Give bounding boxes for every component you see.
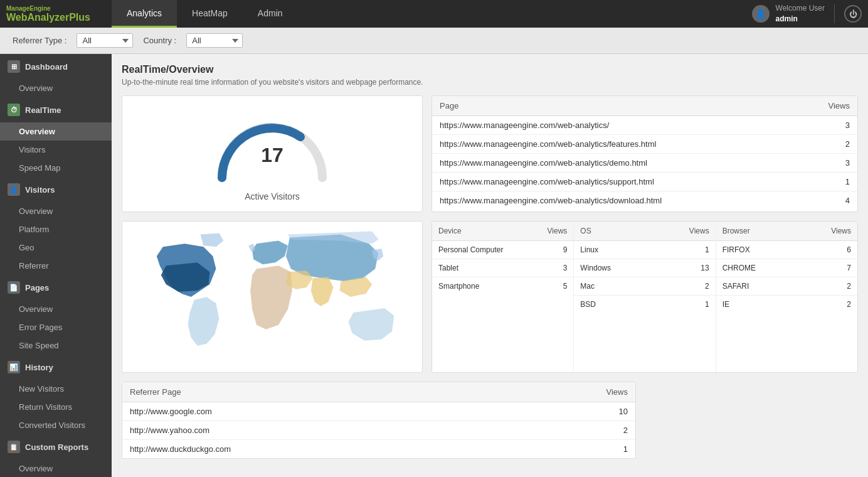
os-table: OS Views Linux1Windows13Mac2BSD1 bbox=[574, 222, 715, 313]
sidebar-group-realtime-label: RealTime bbox=[25, 105, 61, 115]
pages-col-views: Views bbox=[800, 96, 857, 116]
device-section: Device Views Personal Computer9Tablet3Sm… bbox=[432, 222, 574, 372]
header-right: 👤 Welcome User admin ⏻ bbox=[752, 3, 868, 24]
sidebar: ⊞ Dashboard Overview ⏱ RealTime Overview… bbox=[0, 54, 112, 477]
device-panel: Device Views Personal Computer9Tablet3Sm… bbox=[431, 221, 858, 373]
pages-icon: 📄 bbox=[8, 281, 20, 294]
os-table-row: Linux1 bbox=[574, 241, 715, 259]
device-cell-views: 5 bbox=[532, 277, 574, 296]
top-panels: 17 Active Visitors Page Views https://ww… bbox=[122, 95, 858, 212]
referrer-cell-views: 2 bbox=[512, 421, 635, 440]
sidebar-item-pages-errorpages[interactable]: Error Pages bbox=[0, 318, 112, 336]
browser-cell-views: 2 bbox=[799, 296, 857, 314]
sidebar-item-visitors-geo[interactable]: Geo bbox=[0, 238, 112, 257]
gauge-number: 17 bbox=[261, 144, 283, 167]
header: ManageEngine WebAnalyzerPlus Analytics H… bbox=[0, 0, 868, 28]
referrer-type-label: Referrer Type : bbox=[13, 36, 66, 45]
logo-area: ManageEngine WebAnalyzerPlus bbox=[0, 5, 112, 23]
sidebar-item-customreports-overview[interactable]: Overview bbox=[0, 459, 112, 477]
browser-col-browser: Browser bbox=[716, 222, 799, 241]
referrer-table-row: http://www.duckduckgo.com1 bbox=[122, 440, 635, 459]
pages-col-page: Page bbox=[432, 96, 800, 116]
pages-cell-views: 1 bbox=[800, 173, 857, 191]
pages-cell-views: 2 bbox=[800, 135, 857, 154]
main-content: RealTime/Overview Up-to-the-minute real … bbox=[112, 54, 868, 477]
browser-cell-name: IE bbox=[716, 296, 799, 314]
sidebar-item-pages-overview[interactable]: Overview bbox=[0, 300, 112, 318]
logo-bottom: WebAnalyzerPlus bbox=[6, 12, 105, 23]
gauge-container: 17 bbox=[209, 109, 335, 184]
sidebar-group-history-label: History bbox=[25, 363, 53, 372]
nav-tab-heatmap[interactable]: HeatMap bbox=[177, 0, 243, 28]
sidebar-item-realtime-speedmap[interactable]: Speed Map bbox=[0, 159, 112, 177]
middle-panels: Device Views Personal Computer9Tablet3Sm… bbox=[122, 221, 858, 373]
visitors-icon: 👤 bbox=[8, 183, 20, 196]
referrer-col-page: Referrer Page bbox=[122, 382, 512, 402]
pages-table-row: https://www.manageengine.com/web-analyti… bbox=[432, 173, 857, 191]
layout: ⊞ Dashboard Overview ⏱ RealTime Overview… bbox=[0, 54, 868, 477]
country-select[interactable]: All bbox=[186, 33, 243, 48]
browser-cell-views: 2 bbox=[799, 277, 857, 296]
os-col-views: Views bbox=[655, 222, 716, 241]
device-cell-name: Personal Computer bbox=[432, 241, 532, 259]
sidebar-group-customreports[interactable]: 📋 Custom Reports bbox=[0, 434, 112, 459]
device-table: Device Views Personal Computer9Tablet3Sm… bbox=[432, 222, 573, 295]
referrer-cell-views: 1 bbox=[512, 440, 635, 459]
os-cell-name: Mac bbox=[574, 277, 654, 296]
pages-cell-url: https://www.manageengine.com/web-analyti… bbox=[432, 116, 800, 135]
pages-cell-url: https://www.manageengine.com/web-analyti… bbox=[432, 135, 800, 154]
logo-prefix: WebAnalyzer bbox=[6, 12, 69, 23]
pages-table-row: https://www.manageengine.com/web-analyti… bbox=[432, 135, 857, 154]
nav-tab-admin[interactable]: Admin bbox=[243, 0, 298, 28]
os-cell-views: 2 bbox=[655, 277, 716, 296]
pages-cell-views: 4 bbox=[800, 191, 857, 210]
browser-cell-views: 6 bbox=[799, 241, 857, 259]
os-cell-views: 1 bbox=[655, 241, 716, 259]
device-cell-views: 9 bbox=[532, 241, 574, 259]
filter-bar: Referrer Type : All Country : All bbox=[0, 28, 868, 54]
sidebar-group-pages[interactable]: 📄 Pages bbox=[0, 275, 112, 300]
referrer-cell-views: 10 bbox=[512, 402, 635, 421]
referrer-cell-url: http://www.google.com bbox=[122, 402, 512, 421]
welcome-text: Welcome User bbox=[776, 3, 825, 14]
browser-cell-name: FIRFOX bbox=[716, 241, 799, 259]
sidebar-item-history-convertedvisitors[interactable]: Converted Visitors bbox=[0, 416, 112, 434]
sidebar-item-pages-sitespeed[interactable]: Site Speed bbox=[0, 336, 112, 355]
sidebar-item-realtime-visitors[interactable]: Visitors bbox=[0, 141, 112, 159]
os-cell-name: BSD bbox=[574, 296, 654, 314]
customreports-icon: 📋 bbox=[8, 441, 20, 453]
sidebar-group-visitors[interactable]: 👤 Visitors bbox=[0, 177, 112, 202]
logo-top: ManageEngine bbox=[6, 5, 105, 12]
dashboard-icon: ⊞ bbox=[8, 60, 20, 73]
sidebar-item-dashboard-overview[interactable]: Overview bbox=[0, 79, 112, 97]
pages-cell-url: https://www.manageengine.com/web-analyti… bbox=[432, 173, 800, 191]
gauge-label: Active Visitors bbox=[245, 191, 300, 201]
referrer-table: Referrer Page Views http://www.google.co… bbox=[122, 382, 635, 458]
browser-section: Browser Views FIRFOX6CHROME7SAFARI2IE2 bbox=[716, 222, 857, 372]
sidebar-item-visitors-referrer[interactable]: Referrer bbox=[0, 257, 112, 275]
sidebar-item-realtime-overview[interactable]: Overview bbox=[0, 122, 112, 141]
referrer-col-views: Views bbox=[512, 382, 635, 402]
referrer-type-select[interactable]: All bbox=[77, 33, 133, 48]
page-subtitle: Up-to-the-minute real time information o… bbox=[122, 78, 858, 87]
sidebar-item-visitors-overview[interactable]: Overview bbox=[0, 202, 112, 220]
pages-cell-views: 3 bbox=[800, 116, 857, 135]
sidebar-item-visitors-platform[interactable]: Platform bbox=[0, 220, 112, 238]
device-table-row: Tablet3 bbox=[432, 259, 573, 277]
nav-tab-analytics[interactable]: Analytics bbox=[112, 0, 177, 28]
os-cell-name: Windows bbox=[574, 259, 654, 277]
sidebar-item-history-newvisitors[interactable]: New Visitors bbox=[0, 380, 112, 398]
sidebar-group-dashboard[interactable]: ⊞ Dashboard bbox=[0, 54, 112, 79]
sidebar-group-pages-label: Pages bbox=[25, 283, 49, 292]
browser-cell-views: 7 bbox=[799, 259, 857, 277]
sidebar-group-realtime[interactable]: ⏱ RealTime bbox=[0, 97, 112, 122]
sidebar-group-customreports-label: Custom Reports bbox=[25, 442, 88, 452]
sidebar-item-history-returnvisitors[interactable]: Return Visitors bbox=[0, 398, 112, 416]
pages-cell-url: https://www.manageengine.com/web-analyti… bbox=[432, 154, 800, 173]
sidebar-group-history[interactable]: 📊 History bbox=[0, 355, 112, 380]
page-title: RealTime/Overview bbox=[122, 64, 858, 75]
logo-suffix: Plus bbox=[69, 12, 90, 23]
browser-col-views: Views bbox=[799, 222, 857, 241]
logout-button[interactable]: ⏻ bbox=[844, 5, 862, 23]
device-col-views: Views bbox=[532, 222, 574, 241]
